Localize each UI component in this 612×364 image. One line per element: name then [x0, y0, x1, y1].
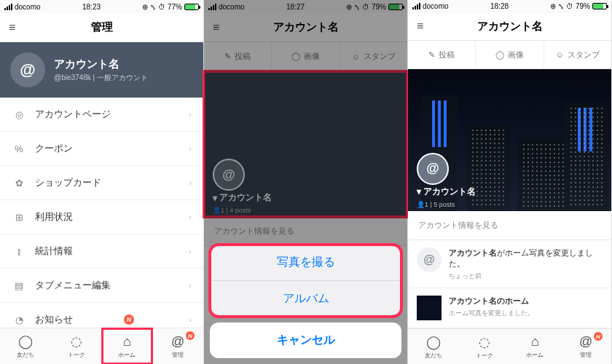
new-badge: N [124, 314, 134, 325]
screen-cover-edit: docomo 18:27 ⊕ ⤣ ⏱79% ≡ アカウント名 ✎投稿 ◯画像 ☺… [204, 0, 408, 364]
tab-label: 画像 [508, 50, 524, 60]
page-title: アカウント名 [477, 20, 543, 33]
tab-bar: ◯友だち ◌トーク ⌂ホーム @N管理 [0, 328, 203, 364]
menu-shopcard[interactable]: ✿ショップカード› [0, 166, 203, 200]
tab-friends[interactable]: ◯友だち [0, 328, 51, 364]
tab-label: トーク [476, 352, 493, 360]
header: ≡ アカウント名 [408, 13, 611, 41]
tab-label: 管理 [580, 351, 592, 359]
thumbnail [417, 296, 442, 320]
hamburger-icon[interactable]: ≡ [9, 21, 15, 34]
menu-tabedit[interactable]: ▤タブメニュー編集› [0, 269, 203, 303]
menu-list: ◎アカウントページ› %クーポン› ✿ショップカード› ⊞利用状況› ⫿統計情報… [0, 98, 203, 328]
battery-icon [592, 3, 607, 9]
tab-home[interactable]: ⌂ホーム [510, 329, 561, 364]
tab-manage[interactable]: @N管理 [152, 328, 203, 364]
person-icon: ◯ [18, 333, 33, 349]
camera-icon: ◯ [495, 50, 504, 60]
feed-item[interactable]: @ アカウント名がホーム写真を変更しました。ちょっと前 [408, 240, 611, 288]
coupon-icon: % [12, 141, 26, 156]
header: ≡ 管理 [0, 13, 203, 42]
carrier: docomo [15, 3, 41, 11]
tab-label: ホーム [118, 351, 136, 359]
clock: 18:28 [490, 2, 509, 10]
tab-post[interactable]: ✎投稿 [408, 41, 476, 68]
menu-label: お知らせ [35, 313, 73, 326]
account-name: アカウント名 [54, 58, 148, 71]
menu-label: タブメニュー編集 [35, 279, 111, 292]
alarm-icon: ⊕ ⤣ ⏱ [142, 3, 165, 11]
cover-stats: 👤1 | 5 posts [417, 201, 455, 208]
account-handle: @bie3748k | 一般アカウント [54, 73, 148, 83]
tab-label: 投稿 [439, 50, 455, 60]
chart-icon: ⫿ [12, 244, 26, 258]
home-icon: ⌂ [123, 334, 131, 349]
tab-image[interactable]: ◯画像 [476, 41, 544, 68]
tab-label: ホーム [526, 351, 544, 359]
tab-label: トーク [68, 351, 85, 359]
shield-icon: ▾ [417, 186, 421, 197]
post-toolbar: ✎投稿 ◯画像 ☺スタンプ [408, 41, 611, 69]
tab-label: スタンプ [568, 50, 600, 60]
new-badge: N [186, 331, 195, 340]
menu-account-page[interactable]: ◎アカウントページ› [0, 98, 203, 132]
smile-icon: ☺ [556, 50, 564, 59]
at-icon: @ [171, 334, 184, 349]
action-sheet-options: 写真を撮る アルバム [210, 245, 401, 317]
at-circle-icon: ◎ [12, 107, 26, 122]
tab-talk[interactable]: ◌トーク [51, 328, 102, 364]
bell-icon: ◔ [12, 312, 26, 327]
menu-stats[interactable]: ⫿統計情報› [0, 234, 203, 269]
tab-stamp[interactable]: ☺スタンプ [544, 41, 611, 68]
edit-icon: ✎ [428, 50, 435, 60]
menu-coupon[interactable]: %クーポン› [0, 132, 203, 166]
status-bar: docomo 18:23 ⊕ ⤣ ⏱77% [0, 0, 203, 13]
avatar-icon: @ [417, 248, 442, 272]
new-badge: N [594, 332, 603, 341]
tab-talk[interactable]: ◌トーク [459, 329, 510, 364]
battery-pct: 77% [168, 3, 182, 11]
tab-bar: ◯友だち ◌トーク ⌂ホーム @N管理 [408, 328, 611, 364]
screen-home: docomo 18:28 ⊕ ⤣ ⏱79% ≡ アカウント名 ✎投稿 ◯画像 ☺… [408, 0, 612, 364]
menu-label: クーポン [35, 142, 73, 155]
hamburger-icon[interactable]: ≡ [417, 20, 423, 33]
action-sheet: 写真を撮る アルバム キャンセル [210, 245, 401, 358]
avatar: @ [417, 153, 449, 185]
home-icon: ⌂ [531, 334, 539, 349]
feed-text: アカウント名のホームホーム写真を変更しました。 [449, 296, 534, 317]
tab-manage[interactable]: @N管理 [560, 329, 611, 364]
avatar: @ [10, 52, 45, 87]
profile-banner[interactable]: @ アカウント名 @bie3748k | 一般アカウント [0, 42, 203, 98]
at-icon: @ [579, 334, 592, 349]
album-button[interactable]: アルバム [210, 281, 401, 317]
person-icon: ◯ [426, 334, 441, 350]
page-title: 管理 [91, 20, 113, 34]
list-icon: ▤ [12, 278, 26, 293]
grid-icon: ⊞ [12, 210, 26, 224]
status-bar: docomo 18:28 ⊕ ⤣ ⏱79% [408, 0, 611, 13]
menu-label: アカウントページ [35, 108, 111, 121]
menu-usage[interactable]: ⊞利用状況› [0, 200, 203, 234]
tab-label: 友だち [17, 351, 34, 359]
cancel-button[interactable]: キャンセル [210, 323, 401, 358]
tab-friends[interactable]: ◯友だち [408, 329, 459, 364]
battery-icon [184, 4, 199, 10]
feed-subtitle: ホーム写真を変更しました。 [449, 309, 534, 318]
alarm-icon: ⊕ ⤣ ⏱ [550, 2, 573, 10]
take-photo-button[interactable]: 写真を撮る [210, 245, 401, 281]
feed-timestamp: ちょっと前 [449, 272, 603, 281]
menu-notice[interactable]: ◔お知らせN› [0, 303, 203, 328]
screen-manage: docomo 18:23 ⊕ ⤣ ⏱77% ≡ 管理 @ アカウント名 @bie… [0, 0, 204, 364]
feed-item[interactable]: アカウント名のホームホーム写真を変更しました。 [408, 288, 611, 328]
carrier: docomo [423, 2, 449, 10]
star-icon: ✿ [12, 175, 26, 190]
tab-label: 管理 [172, 351, 184, 359]
menu-label: 統計情報 [35, 245, 73, 258]
feed-text: アカウント名がホーム写真を変更しました。ちょっと前 [449, 248, 603, 280]
tab-home[interactable]: ⌂ホーム [102, 328, 153, 364]
menu-label: 利用状況 [35, 210, 73, 223]
clock: 18:23 [82, 3, 101, 11]
cover-account-name: ▾アカウント名 [417, 186, 476, 198]
account-info-link[interactable]: アカウント情報を見る [408, 211, 611, 240]
cover-image[interactable]: @ ▾アカウント名 👤1 | 5 posts [408, 69, 611, 211]
